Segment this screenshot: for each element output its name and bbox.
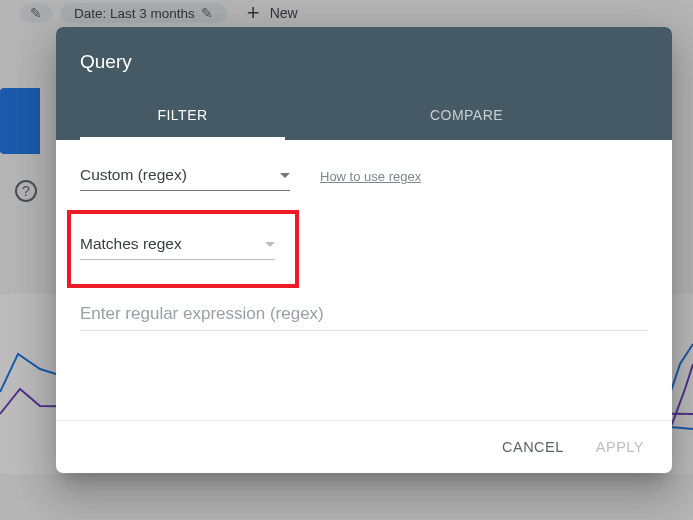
modal-title: Query (80, 51, 648, 73)
modal-header: Query FILTER COMPARE (56, 27, 672, 140)
chevron-down-icon (280, 173, 290, 178)
cancel-button[interactable]: CANCEL (502, 439, 564, 455)
filter-type-value: Custom (regex) (80, 166, 187, 184)
chevron-down-icon (265, 242, 275, 247)
modal-body: Custom (regex) How to use regex Matches … (56, 140, 672, 420)
tab-compare[interactable]: COMPARE (285, 107, 648, 140)
regex-help-link[interactable]: How to use regex (320, 169, 421, 184)
regex-input[interactable] (80, 298, 648, 331)
modal-tabs: FILTER COMPARE (80, 107, 648, 140)
apply-button[interactable]: APPLY (596, 439, 644, 455)
query-modal: Query FILTER COMPARE Custom (regex) How … (56, 27, 672, 473)
modal-footer: CANCEL APPLY (56, 420, 672, 473)
tab-filter[interactable]: FILTER (80, 107, 285, 140)
filter-type-select[interactable]: Custom (regex) (80, 162, 290, 191)
match-mode-select[interactable]: Matches regex (80, 231, 275, 260)
match-mode-value: Matches regex (80, 235, 182, 253)
